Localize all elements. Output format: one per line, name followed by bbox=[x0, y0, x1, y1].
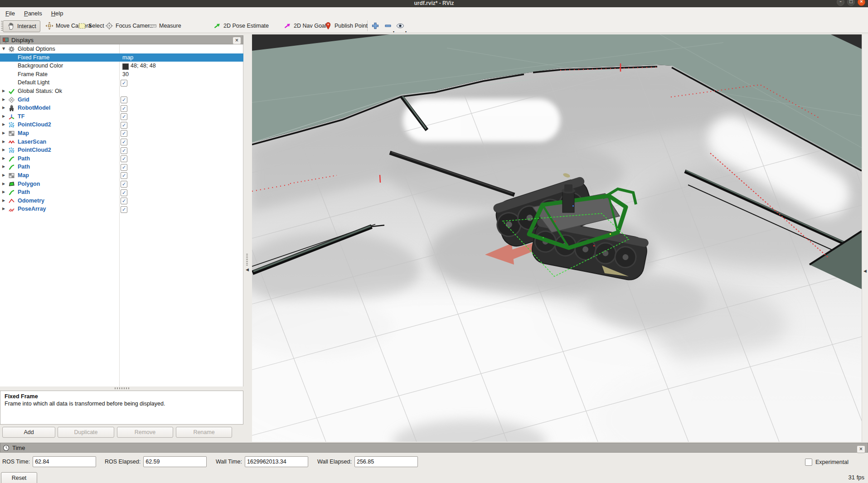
tree-row-background-color[interactable]: Background Color48; 48; 48 bbox=[0, 62, 243, 70]
display-enabled-checkbox[interactable]: ✓ bbox=[121, 97, 127, 103]
dropdown-caret-icon[interactable]: ▾ bbox=[405, 30, 407, 33]
color-swatch[interactable] bbox=[122, 63, 129, 70]
view-tool-plus[interactable] bbox=[370, 20, 381, 31]
expand-arrow-icon[interactable]: ▶ bbox=[2, 207, 5, 211]
displays-panel-header[interactable]: Displays × bbox=[0, 35, 243, 44]
display-enabled-checkbox[interactable]: ✓ bbox=[121, 105, 127, 112]
displays-close-icon[interactable]: × bbox=[233, 37, 241, 44]
tree-row-default-light[interactable]: Default Light✓ bbox=[0, 78, 243, 87]
reset-button[interactable]: Reset bbox=[1, 472, 37, 483]
grid-icon bbox=[8, 97, 15, 103]
property-checkbox[interactable]: ✓ bbox=[121, 80, 127, 87]
tool-label: 2D Pose Estimate bbox=[223, 23, 269, 29]
menu-item-panels[interactable]: Panels bbox=[19, 9, 47, 18]
tree-row-path[interactable]: ▶Path✓ bbox=[0, 155, 243, 163]
tree-row-value[interactable]: map bbox=[122, 54, 133, 61]
expand-arrow-icon[interactable]: ▶ bbox=[2, 182, 5, 186]
display-enabled-checkbox[interactable]: ✓ bbox=[121, 172, 127, 179]
tree-row-map[interactable]: ▶Map✓ bbox=[0, 171, 243, 180]
expand-arrow-icon[interactable]: ▶ bbox=[2, 140, 5, 144]
expand-arrow-icon[interactable]: ▶ bbox=[2, 173, 5, 177]
tool-publish-point[interactable]: Publish Point bbox=[324, 20, 368, 31]
tree-row-global-options[interactable]: ▼Global Options bbox=[0, 45, 243, 53]
tree-row-posearray[interactable]: ▶PoseArray✓ bbox=[0, 205, 243, 213]
experimental-toggle[interactable]: Experimental bbox=[805, 459, 849, 466]
tree-row-fixed-frame[interactable]: Fixed Framemap bbox=[0, 53, 243, 62]
expand-right-panel-icon[interactable]: ◀ bbox=[863, 269, 867, 273]
tree-row-map[interactable]: ▶Map✓ bbox=[0, 129, 243, 138]
expand-arrow-icon[interactable]: ▶ bbox=[2, 122, 5, 126]
tree-row-path[interactable]: ▶Path✓ bbox=[0, 163, 243, 171]
time-field-input[interactable] bbox=[33, 456, 96, 467]
tree-row-value[interactable]: 30 bbox=[122, 71, 129, 77]
tree-row-pointcloud2[interactable]: ▶PointCloud2✓ bbox=[0, 121, 243, 129]
right-panel-splitter[interactable]: ◀ bbox=[862, 34, 868, 442]
expand-arrow-icon[interactable]: ▶ bbox=[2, 106, 5, 110]
expand-arrow-icon[interactable]: ▶ bbox=[2, 131, 5, 135]
time-panel-header[interactable]: Time × bbox=[0, 443, 868, 453]
time-field-input[interactable] bbox=[354, 456, 418, 467]
tool-select[interactable]: Select bbox=[78, 20, 104, 31]
expand-arrow-icon[interactable]: ▶ bbox=[2, 97, 5, 101]
3d-viewport[interactable] bbox=[252, 34, 862, 442]
remove-button[interactable]: Remove bbox=[117, 427, 173, 438]
splitter-grip[interactable] bbox=[246, 254, 248, 266]
collapse-arrow-icon[interactable]: ▼ bbox=[2, 47, 5, 51]
tree-row-global-status-ok[interactable]: ▶Global Status: Ok bbox=[0, 87, 243, 96]
expand-arrow-icon[interactable]: ▶ bbox=[2, 114, 5, 118]
tree-row-path[interactable]: ▶Path✓ bbox=[0, 188, 243, 197]
display-enabled-checkbox[interactable]: ✓ bbox=[121, 113, 127, 120]
display-enabled-checkbox[interactable]: ✓ bbox=[121, 155, 127, 162]
tool-measure[interactable]: Measure bbox=[149, 20, 181, 31]
display-enabled-checkbox[interactable]: ✓ bbox=[121, 198, 127, 204]
plus-icon bbox=[371, 22, 379, 30]
tree-row-tf[interactable]: ▶TF✓ bbox=[0, 112, 243, 121]
display-enabled-checkbox[interactable]: ✓ bbox=[121, 130, 127, 137]
expand-arrow-icon[interactable]: ▶ bbox=[2, 148, 5, 152]
expand-arrow-icon[interactable]: ▶ bbox=[2, 89, 5, 93]
view-tool-eye[interactable]: ▾ bbox=[395, 20, 406, 31]
time-field-input[interactable] bbox=[245, 456, 308, 467]
display-enabled-checkbox[interactable]: ✓ bbox=[121, 189, 127, 196]
add-button[interactable]: Add bbox=[2, 427, 55, 438]
expand-arrow-icon[interactable]: ▶ bbox=[2, 198, 5, 203]
expand-arrow-icon[interactable]: ▶ bbox=[2, 190, 5, 194]
tool-2d-nav-goal[interactable]: 2D Nav Goal bbox=[283, 20, 326, 31]
experimental-checkbox[interactable] bbox=[805, 459, 812, 466]
duplicate-button[interactable]: Duplicate bbox=[58, 427, 114, 438]
tree-row-odometry[interactable]: ▶Odometry✓ bbox=[0, 197, 243, 205]
rename-button[interactable]: Rename bbox=[176, 427, 232, 438]
menu-item-help[interactable]: Help bbox=[47, 9, 68, 18]
path-icon bbox=[8, 189, 15, 196]
menu-item-file[interactable]: File bbox=[1, 9, 19, 18]
display-enabled-checkbox[interactable]: ✓ bbox=[121, 206, 127, 213]
time-close-icon[interactable]: × bbox=[857, 445, 865, 453]
tree-row-pointcloud2[interactable]: ▶PointCloud2✓ bbox=[0, 146, 243, 155]
tree-row-frame-rate[interactable]: Frame Rate30 bbox=[0, 70, 243, 79]
minimize-button[interactable]: – bbox=[837, 0, 844, 6]
close-button[interactable]: × bbox=[858, 0, 865, 6]
tool-interact[interactable]: Interact bbox=[3, 20, 40, 32]
display-enabled-checkbox[interactable]: ✓ bbox=[121, 164, 127, 171]
tree-row-grid[interactable]: ▶Grid✓ bbox=[0, 96, 243, 104]
display-enabled-checkbox[interactable]: ✓ bbox=[121, 181, 127, 188]
maximize-button[interactable]: □ bbox=[847, 0, 855, 6]
tree-row-laserscan[interactable]: ▶LaserScan✓ bbox=[0, 138, 243, 146]
collapse-left-panel-icon[interactable]: ◀ bbox=[246, 267, 249, 272]
tool-focus-camera[interactable]: Focus Camera bbox=[105, 20, 153, 31]
left-panel-splitter[interactable]: ◀ bbox=[243, 33, 252, 442]
tree-row-value[interactable]: 48; 48; 48 bbox=[131, 63, 156, 69]
time-panel: Time × ROS Time:ROS Elapsed:Wall Time:Wa… bbox=[0, 442, 868, 483]
dropdown-caret-icon[interactable]: ▾ bbox=[393, 30, 394, 33]
display-enabled-checkbox[interactable]: ✓ bbox=[121, 139, 127, 145]
expand-arrow-icon[interactable]: ▶ bbox=[2, 156, 5, 160]
tool-2d-pose-estimate[interactable]: 2D Pose Estimate bbox=[213, 20, 269, 31]
tree-row-polygon[interactable]: ▶Polygon✓ bbox=[0, 180, 243, 188]
display-enabled-checkbox[interactable]: ✓ bbox=[121, 122, 127, 129]
help-splitter-handle[interactable] bbox=[115, 387, 129, 389]
time-field-input[interactable] bbox=[143, 456, 207, 467]
tree-row-robotmodel[interactable]: ▶RobotModel✓ bbox=[0, 104, 243, 112]
view-tool-minus[interactable]: ▾ bbox=[383, 20, 393, 31]
display-enabled-checkbox[interactable]: ✓ bbox=[121, 147, 127, 154]
expand-arrow-icon[interactable]: ▶ bbox=[2, 164, 5, 169]
